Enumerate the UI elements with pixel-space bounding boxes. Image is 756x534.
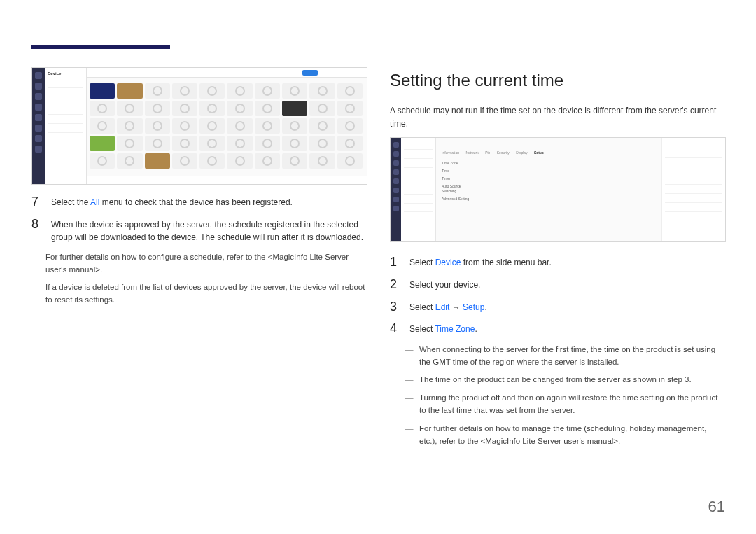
thumb-empty [227, 101, 252, 116]
nav-icon [35, 93, 42, 100]
thumb-empty [90, 118, 115, 134]
mini-sidepanel [401, 138, 436, 241]
thumb-empty [227, 153, 252, 169]
step-7: 7 Select the All menu to check that the … [31, 195, 368, 210]
thumb-empty [255, 101, 280, 116]
dash-icon: ― [31, 251, 38, 276]
mini-thumbnail-grid [90, 83, 363, 174]
thumb-empty [282, 153, 307, 169]
nav-icon [393, 142, 399, 148]
step-number: 8 [31, 217, 41, 244]
section-title: Setting the current time [390, 67, 726, 93]
note-text: For further details on how to configure … [46, 251, 368, 276]
step-text: Select Time Zone. [410, 321, 726, 337]
thumb-empty [145, 83, 170, 99]
thumb-empty [172, 153, 197, 169]
thumb-empty [255, 136, 280, 151]
mini-tab: Display [516, 150, 527, 155]
link-edit: Edit [435, 302, 450, 312]
nav-icon [393, 188, 399, 193]
right-column: Setting the current time A schedule may … [390, 67, 726, 453]
dash-icon: ― [405, 344, 412, 369]
step-number: 2 [390, 277, 400, 293]
toggle-icon [302, 70, 318, 76]
step-number: 4 [390, 321, 400, 337]
thumb-empty [172, 101, 197, 116]
sidepanel-row [48, 115, 83, 124]
mini-tabs: Information Network Pin Security Display… [442, 150, 550, 156]
thumb-empty [200, 83, 225, 99]
mini-form: Time Zone Time Timer Auto Source Switchi… [442, 159, 656, 204]
mini-sidebar [391, 138, 401, 241]
step-3: 3 Select Edit → Setup. [390, 300, 726, 315]
nav-icon [393, 178, 399, 184]
mini-right-header [662, 138, 725, 146]
step-text: Select Edit → Setup. [410, 300, 726, 315]
thumb-empty [200, 118, 225, 134]
mini-footer [87, 176, 367, 184]
note-text: Turning the product off and then on agai… [419, 392, 726, 417]
note-text: The time on the product can be changed f… [419, 374, 726, 386]
note-item: ― For further details on how to configur… [31, 251, 368, 276]
thumb-empty [309, 136, 335, 151]
section-intro: A schedule may not run if the time set o… [390, 104, 726, 130]
step-text: Select the All menu to check that the de… [51, 195, 368, 210]
thumb-empty [172, 83, 197, 99]
mini-tab: Pin [485, 150, 490, 155]
form-label: Time Zone [442, 161, 477, 167]
t: . [484, 302, 486, 312]
mini-tab-active: Setup [534, 150, 544, 155]
link-device: Device [435, 258, 461, 267]
thumb-empty [309, 118, 335, 134]
nav-icon [393, 206, 399, 211]
sidepanel-row [48, 79, 83, 88]
thumb-empty [172, 118, 197, 134]
thumb-empty [117, 101, 142, 116]
note-item: ― When connecting to the server for the … [405, 344, 726, 369]
thumb-empty [337, 83, 363, 99]
note-text: For further details on how to manage the… [419, 423, 726, 448]
nav-icon [393, 160, 399, 166]
note-item: ― If a device is deleted from the list o… [31, 281, 368, 307]
thumb-empty [309, 153, 335, 169]
nav-icon [35, 104, 42, 111]
step-number: 1 [390, 255, 400, 270]
nav-icon [35, 146, 42, 153]
thumb-empty [337, 101, 363, 116]
mini-topbar [87, 68, 367, 78]
dash-icon: ― [405, 374, 412, 386]
step-text: When the device is approved by the serve… [51, 217, 368, 244]
thumb-empty [200, 153, 225, 169]
nav-icon [35, 83, 42, 90]
page-number: 61 [708, 498, 725, 516]
thumb-empty [255, 118, 280, 134]
thumb-empty [309, 101, 335, 116]
step-text: Select your device. [410, 277, 726, 293]
thumb-empty [282, 118, 307, 134]
mini-right-list [662, 146, 725, 223]
mini-main: Information Network Pin Security Display… [436, 138, 662, 241]
t: Select [410, 324, 435, 334]
nav-icon [35, 125, 42, 132]
note-text: When connecting to the server for the fi… [419, 344, 726, 369]
thumb-empty [90, 153, 115, 169]
thumb-empty [337, 136, 363, 151]
screenshot-device-setup: Information Network Pin Security Display… [390, 137, 726, 242]
header-accent-bar [31, 45, 170, 49]
t: Select [410, 258, 435, 267]
nav-icon [35, 114, 42, 121]
mini-sidepanel: Device [45, 68, 87, 184]
form-label: Auto Source Switching [442, 184, 477, 195]
thumb-empty [145, 101, 170, 116]
nav-icon [35, 135, 42, 142]
note-text: If a device is deleted from the list of … [46, 281, 368, 307]
mini-tab: Information [442, 150, 459, 155]
thumb-empty [309, 83, 335, 99]
arrow-icon: → [449, 302, 463, 312]
thumb [90, 136, 115, 151]
step-text: Select Device from the side menu bar. [410, 255, 726, 270]
step-8: 8 When the device is approved by the ser… [31, 217, 368, 244]
nav-icon [35, 72, 42, 79]
thumb-empty [172, 136, 197, 151]
step-number: 7 [31, 195, 41, 210]
